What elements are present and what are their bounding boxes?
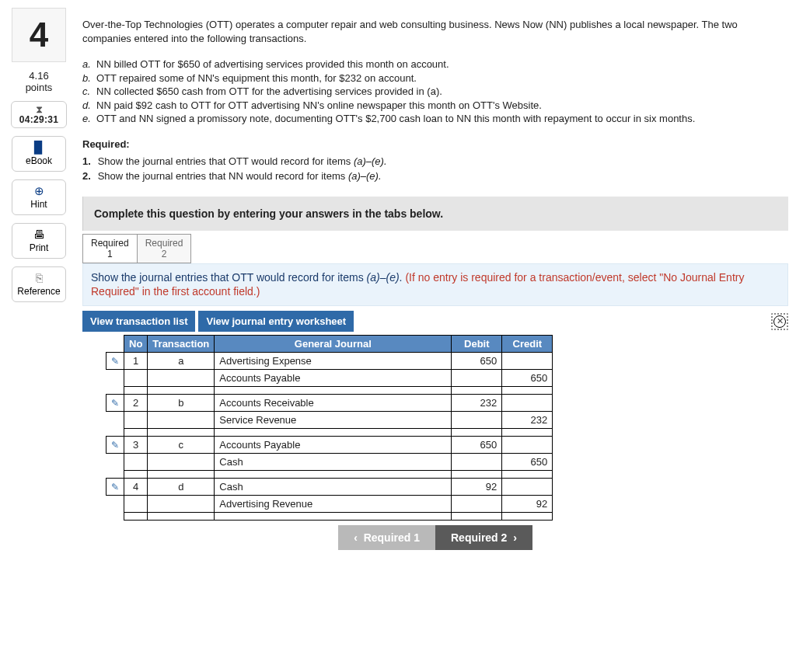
nav-next-button[interactable]: Required 2 › bbox=[435, 525, 532, 550]
required-heading: Required: bbox=[82, 138, 788, 150]
ebook-button[interactable]: ▉ eBook bbox=[12, 136, 66, 172]
pencil-icon: ✎ bbox=[111, 356, 119, 367]
question-number: 4 bbox=[30, 16, 48, 54]
table-row: ✎ 2 b Accounts Receivable 232 bbox=[106, 395, 553, 412]
edit-row-button[interactable]: ✎ bbox=[106, 479, 124, 496]
close-icon: ✕ bbox=[773, 315, 786, 328]
col-debit: Debit bbox=[452, 336, 502, 353]
transaction-a: NN billed OTT for $650 of advertising se… bbox=[96, 58, 449, 70]
chevron-left-icon: ‹ bbox=[354, 531, 358, 544]
ebook-label: eBook bbox=[26, 155, 52, 166]
timer-value: 04:29:31 bbox=[19, 114, 58, 125]
print-label: Print bbox=[30, 242, 49, 253]
intro-text: Over-the-Top Technologies (OTT) operates… bbox=[82, 18, 788, 45]
req1-ital: (a)–(e). bbox=[354, 155, 387, 167]
table-row: Advertising Revenue 92 bbox=[106, 496, 553, 513]
hourglass-icon: ⧗ bbox=[36, 104, 43, 114]
table-row: Service Revenue 232 bbox=[106, 412, 553, 429]
points-value: 4.16 bbox=[26, 70, 53, 82]
reference-button[interactable]: ⎘ Reference bbox=[12, 266, 66, 302]
print-button[interactable]: 🖶 Print bbox=[12, 223, 66, 259]
prompt-box: Show the journal entries that OTT would … bbox=[82, 263, 788, 307]
journal-table: No Transaction General Journal Debit Cre… bbox=[106, 335, 553, 521]
instruction-bar: Complete this question by entering your … bbox=[82, 197, 788, 231]
hint-button[interactable]: ⊕ Hint bbox=[12, 179, 66, 215]
view-journal-worksheet-button[interactable]: View journal entry worksheet bbox=[198, 311, 354, 332]
close-button[interactable]: ✕ bbox=[771, 313, 788, 330]
col-credit: Credit bbox=[502, 336, 553, 353]
reference-icon: ⎘ bbox=[36, 272, 43, 284]
nav-next-label: Required 2 bbox=[451, 531, 507, 544]
table-row: ✎ 4 d Cash 92 bbox=[106, 479, 553, 496]
table-row: Cash 650 bbox=[106, 454, 553, 471]
pencil-icon: ✎ bbox=[111, 440, 119, 451]
edit-row-button[interactable]: ✎ bbox=[106, 395, 124, 412]
transaction-e: OTT and NN signed a promissory note, doc… bbox=[96, 113, 695, 124]
edit-row-button[interactable]: ✎ bbox=[106, 437, 124, 454]
required-items: 1. Show the journal entries that OTT wou… bbox=[82, 155, 788, 184]
edit-row-button[interactable]: ✎ bbox=[106, 353, 124, 370]
view-transaction-list-button[interactable]: View transaction list bbox=[82, 311, 195, 332]
table-row: Accounts Payable 650 bbox=[106, 370, 553, 387]
table-row: ✎ 3 c Accounts Payable 650 bbox=[106, 437, 553, 454]
hint-label: Hint bbox=[30, 199, 47, 210]
reference-label: Reference bbox=[17, 286, 60, 297]
prompt-ital: (a)–(e) bbox=[367, 271, 400, 284]
transaction-d: NN paid $92 cash to OTT for OTT advertis… bbox=[96, 99, 542, 111]
hint-icon: ⊕ bbox=[34, 185, 44, 197]
chevron-right-icon: › bbox=[513, 531, 517, 544]
tabstrip: Required 1 Required 2 bbox=[82, 234, 788, 263]
pencil-icon: ✎ bbox=[111, 482, 119, 493]
transaction-b: OTT repaired some of NN's equipment this… bbox=[96, 72, 417, 84]
table-row: ✎ 1 a Advertising Expense 650 bbox=[106, 353, 553, 370]
req2-ital: (a)–(e). bbox=[348, 170, 382, 182]
req2-pre: Show the journal entries that NN would r… bbox=[98, 170, 348, 182]
pencil-icon: ✎ bbox=[111, 398, 119, 409]
nav-prev-label: Required 1 bbox=[364, 531, 420, 544]
req1-pre: Show the journal entries that OTT would … bbox=[98, 155, 354, 167]
timer-badge: ⧗ 04:29:31 bbox=[11, 101, 67, 128]
col-transaction: Transaction bbox=[148, 336, 215, 353]
transaction-list: a.NN billed OTT for $650 of advertising … bbox=[82, 57, 788, 126]
print-icon: 🖶 bbox=[33, 228, 45, 240]
col-no: No bbox=[124, 336, 148, 353]
col-general: General Journal bbox=[215, 336, 452, 353]
points-label: points bbox=[26, 82, 53, 93]
question-number-box: 4 bbox=[12, 8, 66, 62]
tab-required-2[interactable]: Required 2 bbox=[137, 234, 192, 263]
book-icon: ▉ bbox=[34, 141, 44, 153]
tab-required-1[interactable]: Required 1 bbox=[82, 234, 138, 263]
prompt-pre: Show the journal entries that OTT would … bbox=[91, 271, 367, 284]
nav-prev-button[interactable]: ‹ Required 1 bbox=[338, 525, 435, 550]
transaction-c: NN collected $650 cash from OTT for the … bbox=[96, 85, 442, 97]
points-display: 4.16 points bbox=[26, 70, 53, 93]
